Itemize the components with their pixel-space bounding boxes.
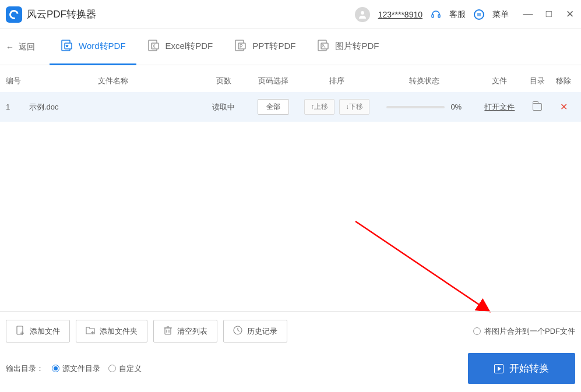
menu-link[interactable]: 菜单 <box>492 9 509 20</box>
row-filename: 示例.doc <box>23 102 203 112</box>
merge-label: 将图片合并到一个PDF文件 <box>484 326 575 337</box>
play-icon <box>494 364 503 373</box>
back-button[interactable]: ← 返回 <box>6 42 35 52</box>
headset-icon[interactable] <box>431 9 441 20</box>
svg-line-28 <box>238 330 240 331</box>
tab-label: 图片转PDF <box>335 41 379 52</box>
avatar-icon[interactable] <box>355 7 370 22</box>
footer: 添加文件 添加文件夹 清空列表 历史记录 将图片合并到一个PDF文件 输出目录： <box>0 311 581 392</box>
col-pages: 页数 <box>203 76 244 86</box>
table-header: 编号 文件名称 页数 页码选择 排序 转换状态 文件 目录 移除 <box>0 65 581 92</box>
add-file-button[interactable]: 添加文件 <box>6 320 70 342</box>
progress-percent: 0% <box>450 103 462 111</box>
source-dir-label: 源文件目录 <box>62 363 100 374</box>
titlebar: 风云PDF转换器 123****8910 客服 菜单 — □ ✕ <box>0 0 581 29</box>
svg-rect-13 <box>321 43 328 49</box>
col-select: 页码选择 <box>244 76 302 86</box>
merge-option[interactable]: 将图片合并到一个PDF文件 <box>473 326 575 337</box>
back-label: 返回 <box>19 42 35 52</box>
tab-excel-to-pdf[interactable]: Excel转PDF <box>136 29 224 65</box>
tab-image-to-pdf[interactable]: 图片转PDF <box>306 29 389 65</box>
excel-icon <box>147 39 160 54</box>
add-folder-label: 添加文件夹 <box>100 326 138 337</box>
output-label: 输出目录： <box>6 363 44 374</box>
custom-label: 自定义 <box>119 363 142 374</box>
clock-icon <box>233 326 242 337</box>
app-logo <box>6 6 22 23</box>
table-row: 1 示例.doc 读取中 全部 ↑上移 ↓下移 0% 打开文件 ✕ <box>0 92 581 122</box>
add-folder-icon <box>86 326 95 337</box>
clear-label: 清空列表 <box>177 326 207 337</box>
close-button[interactable]: ✕ <box>565 8 575 20</box>
col-idx: 编号 <box>6 76 23 86</box>
maximize-button[interactable]: □ <box>544 8 554 20</box>
start-convert-button[interactable]: 开始转换 <box>468 353 575 384</box>
ppt-icon <box>234 39 247 54</box>
col-name: 文件名称 <box>23 76 203 86</box>
svg-point-0 <box>361 11 364 15</box>
col-file: 文件 <box>477 76 523 86</box>
move-up-button[interactable]: ↑上移 <box>304 99 334 115</box>
col-sort: 排序 <box>302 76 372 86</box>
trash-icon <box>163 326 172 337</box>
add-file-label: 添加文件 <box>30 326 60 337</box>
svg-line-15 <box>355 221 490 312</box>
svg-rect-21 <box>165 328 171 334</box>
user-label[interactable]: 123****8910 <box>378 10 422 19</box>
tab-label: Word转PDF <box>79 41 126 52</box>
svg-rect-9 <box>152 43 159 49</box>
customer-service-link[interactable]: 客服 <box>449 9 466 20</box>
svg-rect-1 <box>432 15 434 17</box>
convert-label: 开始转换 <box>509 362 549 375</box>
output-source-dir-option[interactable]: 源文件目录 <box>52 363 100 374</box>
tabbar: ← 返回 Word转PDF Excel转PDF PPT转PDF 图片转PDF <box>0 29 581 65</box>
minimize-button[interactable]: — <box>523 8 533 20</box>
row-idx: 1 <box>6 103 23 111</box>
row-pages: 读取中 <box>203 102 244 112</box>
radio-icon <box>473 327 481 335</box>
output-custom-option[interactable]: 自定义 <box>108 363 142 374</box>
add-file-icon <box>16 326 25 337</box>
remove-icon[interactable]: ✕ <box>552 101 575 112</box>
word-icon <box>60 39 73 54</box>
col-remove: 移除 <box>552 76 575 86</box>
add-folder-button[interactable]: 添加文件夹 <box>76 320 147 342</box>
col-dir: 目录 <box>523 76 552 86</box>
tab-word-to-pdf[interactable]: Word转PDF <box>50 29 136 65</box>
open-file-link[interactable]: 打开文件 <box>484 103 515 111</box>
col-status: 转换状态 <box>372 76 476 86</box>
progress-bar <box>386 106 445 108</box>
clear-list-button[interactable]: 清空列表 <box>153 320 217 342</box>
image-icon <box>316 39 329 54</box>
folder-icon[interactable] <box>533 103 542 111</box>
move-down-button[interactable]: ↓下移 <box>339 99 369 115</box>
tab-label: Excel转PDF <box>166 41 213 52</box>
tab-ppt-to-pdf[interactable]: PPT转PDF <box>223 29 306 65</box>
page-select-button[interactable]: 全部 <box>258 99 289 115</box>
tab-label: PPT转PDF <box>252 41 295 52</box>
history-button[interactable]: 历史记录 <box>223 320 287 342</box>
row-page-select: 全部 <box>244 99 302 115</box>
radio-icon <box>108 365 116 372</box>
back-arrow-icon: ← <box>6 43 14 52</box>
radio-checked-icon <box>52 365 59 372</box>
app-title: 风云PDF转换器 <box>27 8 355 21</box>
menu-icon[interactable] <box>474 9 484 20</box>
history-label: 历史记录 <box>247 326 277 337</box>
svg-rect-2 <box>438 15 440 17</box>
